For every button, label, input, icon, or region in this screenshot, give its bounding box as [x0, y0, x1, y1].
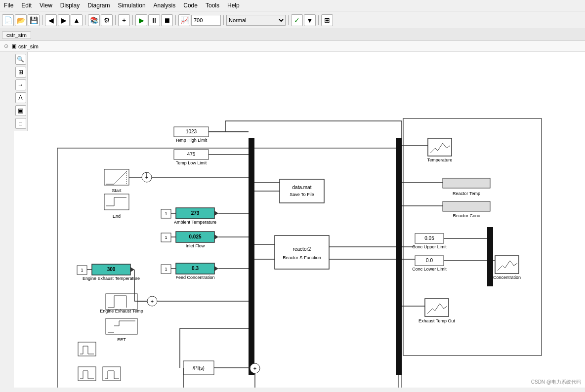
scope-button[interactable]: 📈 [178, 14, 190, 26]
svg-text:Start: Start [112, 188, 122, 193]
breadcrumb-label: cstr_sim [18, 43, 39, 49]
zoom-in-button[interactable]: 🔍 [15, 54, 26, 65]
svg-text:Temperature: Temperature [427, 157, 453, 162]
mux-block-2 [396, 138, 402, 375]
zoom-fit-button[interactable]: ⊞ [15, 67, 26, 78]
svg-text:273: 273 [191, 210, 200, 216]
svg-text:0.3: 0.3 [192, 266, 199, 271]
stop-button[interactable]: ⏹ [161, 14, 173, 26]
zoom-out-button[interactable]: □ [15, 118, 26, 129]
svg-text:0.025: 0.025 [189, 234, 201, 239]
redo-button[interactable]: ▶ [58, 14, 70, 26]
save-button[interactable]: 💾 [28, 14, 40, 26]
svg-text:0.05: 0.05 [424, 235, 434, 241]
svg-text:Conc Lower Limit: Conc Lower Limit [412, 267, 447, 272]
svg-text:EET: EET [117, 337, 126, 342]
library-button[interactable]: 📚 [88, 14, 100, 26]
tab-label: cstr_sim [6, 32, 27, 38]
sep4 [132, 15, 133, 25]
toolbar: 📄 📂 💾 ◀ ▶ ▲ 📚 ⚙ + ▶ ⏸ ⏹ 📈 Normal Acceler… [0, 11, 585, 29]
svg-text:Inlet Flow: Inlet Flow [186, 243, 205, 248]
svg-rect-115 [443, 178, 490, 188]
svg-text:0.0: 0.0 [426, 258, 433, 263]
svg-text:Engine Exhaust Temperature: Engine Exhaust Temperature [83, 276, 140, 281]
watermark: CSDN @电力系统代码 [531, 379, 581, 386]
sim-mode-select[interactable]: Normal Accelerator Rapid Accelerator [226, 15, 286, 26]
svg-text:300: 300 [107, 267, 116, 272]
svg-rect-100 [280, 179, 324, 203]
undo-button[interactable]: ◀ [45, 14, 57, 26]
svg-text:reactor2: reactor2 [293, 246, 311, 252]
sep7 [288, 15, 289, 25]
check-button[interactable]: ✓ [291, 14, 303, 26]
settings-button[interactable]: ⚙ [101, 14, 113, 26]
diagram-svg: 1023 Temp High Limit 475 Temp Low Limit … [28, 52, 585, 388]
text-tool[interactable]: A [15, 92, 26, 103]
svg-text:Temp Low Limit: Temp Low Limit [176, 160, 207, 165]
menu-analysis[interactable]: Analysis [150, 1, 180, 10]
sep3 [115, 15, 116, 25]
svg-marker-50 [214, 266, 218, 271]
svg-text:Feed Concentration: Feed Concentration [175, 275, 214, 280]
sep8 [318, 15, 319, 25]
tabbar: cstr_sim [0, 29, 585, 41]
svg-text:Exhaust Temp Out: Exhaust Temp Out [418, 318, 455, 323]
svg-text:End: End [113, 214, 121, 219]
svg-text:Reactor S-Function: Reactor S-Function [283, 255, 321, 260]
arrow-tool[interactable]: → [15, 79, 26, 90]
svg-rect-105 [275, 235, 329, 269]
menu-view[interactable]: View [36, 1, 56, 10]
model-icon: ▣ [11, 43, 16, 49]
svg-text:Reactor Conc: Reactor Conc [453, 213, 480, 218]
menubar: File Edit View Display Diagram Simulatio… [0, 0, 585, 11]
menu-help[interactable]: Help [223, 1, 244, 10]
simulation-canvas: 🔍 ⊞ → A ▣ □ 1023 Temp High Limit [14, 52, 585, 388]
dropdown-button[interactable]: ▼ [304, 14, 316, 26]
menu-code[interactable]: Code [179, 1, 202, 10]
tab-cstr[interactable]: cstr_sim [2, 31, 31, 39]
sep6 [223, 15, 224, 25]
up-button[interactable]: ▲ [71, 14, 83, 26]
sim-time-input[interactable] [191, 15, 221, 26]
svg-text:Ambient Temperature: Ambient Temperature [174, 220, 216, 225]
menu-display[interactable]: Display [56, 1, 84, 10]
svg-marker-43 [130, 267, 134, 272]
breadcrumb: ⊙ ▣ cstr_sim [0, 41, 585, 52]
menu-simulation[interactable]: Simulation [114, 1, 150, 10]
svg-text:475: 475 [187, 152, 196, 157]
svg-text:1023: 1023 [186, 129, 197, 134]
svg-text:Save To File: Save To File [290, 192, 314, 197]
svg-text:Conc Upper Limit: Conc Upper Limit [412, 244, 447, 249]
port-tool[interactable]: ▣ [15, 105, 26, 116]
svg-marker-35 [214, 235, 218, 239]
sep2 [85, 15, 85, 25]
svg-rect-118 [443, 201, 490, 211]
menu-diagram[interactable]: Diagram [84, 1, 114, 10]
svg-rect-8 [104, 169, 129, 185]
home-icon: ⊙ [4, 43, 8, 49]
menu-tools[interactable]: Tools [202, 1, 223, 10]
grid-button[interactable]: ⊞ [321, 14, 333, 26]
svg-text:1: 1 [165, 235, 167, 240]
step-button[interactable]: ⏸ [148, 14, 160, 26]
left-toolbar: 🔍 ⊞ → A ▣ □ [14, 52, 28, 131]
svg-text:+: + [253, 365, 256, 371]
svg-text:1: 1 [81, 268, 83, 273]
menu-file[interactable]: File [0, 1, 17, 10]
sep1 [42, 15, 42, 25]
new-button[interactable]: 📄 [2, 14, 14, 26]
svg-text:Reactor Temp: Reactor Temp [453, 191, 480, 196]
mux-block-3 [487, 227, 493, 286]
svg-text:1: 1 [165, 267, 167, 272]
svg-rect-54 [106, 294, 137, 310]
open-button[interactable]: 📂 [15, 14, 27, 26]
svg-text:data.mat: data.mat [292, 185, 312, 190]
svg-text:1: 1 [165, 211, 167, 216]
menu-edit[interactable]: Edit [17, 1, 36, 10]
add-block-button[interactable]: + [118, 14, 130, 26]
run-button[interactable]: ▶ [135, 14, 147, 26]
svg-marker-27 [214, 211, 218, 216]
svg-text:Temp High Limit: Temp High Limit [175, 138, 208, 143]
svg-text:Concentration: Concentration [493, 275, 521, 280]
svg-rect-13 [104, 194, 129, 210]
